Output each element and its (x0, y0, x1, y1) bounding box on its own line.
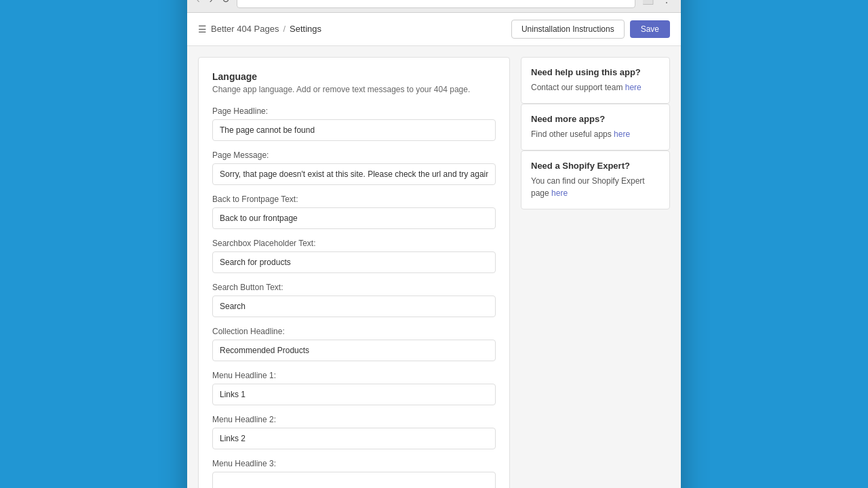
app-icon: ☰ (198, 24, 207, 35)
address-bar[interactable] (237, 0, 635, 8)
form-group-0: Page Headline: (212, 106, 496, 141)
bookmark-icon[interactable]: ⬜ (639, 0, 656, 6)
page-message-input[interactable] (212, 163, 496, 185)
form-group-7: Menu Headline 2: (212, 415, 496, 449)
form-group-4: Search Button Text: (212, 283, 496, 317)
toolbar-actions: ⬜ ⋮ (639, 0, 674, 6)
app-header: ☰ Better 404 Pages / Settings Uninstalla… (187, 13, 681, 46)
form-label-3: Searchbox Placeholder Text: (212, 239, 496, 248)
menu-headline-1-input[interactable] (212, 384, 496, 405)
form-group-2: Back to Frontpage Text: (212, 195, 496, 229)
page-headline-input[interactable] (212, 119, 496, 141)
back-button[interactable]: ‹ (194, 0, 203, 6)
form-label-0: Page Headline: (212, 106, 496, 116)
form-fields-container: Page Headline:Page Message:Back to Front… (212, 106, 496, 489)
help-card-link[interactable]: here (625, 83, 642, 92)
breadcrumb: ☰ Better 404 Pages / Settings (198, 24, 321, 35)
form-group-3: Searchbox Placeholder Text: (212, 239, 496, 273)
breadcrumb-current: Settings (290, 24, 321, 34)
collection-headline-input[interactable] (212, 340, 496, 361)
breadcrumb-app-name[interactable]: Better 404 Pages (211, 24, 279, 34)
menu-icon[interactable]: ⋮ (659, 0, 674, 6)
uninstall-button[interactable]: Uninstallation Instructions (511, 20, 625, 39)
left-panel: Language Change app language. Add or rem… (198, 57, 510, 489)
browser-toolbar: ‹ › ↻ ⬜ ⋮ (187, 0, 681, 13)
form-label-5: Collection Headline: (212, 327, 496, 336)
section-description: Change app language. Add or remove text … (212, 85, 496, 94)
form-group-1: Page Message: (212, 150, 496, 185)
more-apps-card: Need more apps?Find other useful apps he… (521, 104, 670, 150)
form-label-4: Search Button Text: (212, 283, 496, 292)
main-layout: Language Change app language. Add or rem… (187, 46, 681, 489)
app-content: ☰ Better 404 Pages / Settings Uninstalla… (187, 13, 681, 489)
search-button-text-input[interactable] (212, 296, 496, 317)
header-actions: Uninstallation Instructions Save (511, 20, 670, 39)
form-label-2: Back to Frontpage Text: (212, 195, 496, 204)
save-button[interactable]: Save (630, 20, 670, 38)
form-group-6: Menu Headline 1: (212, 371, 496, 405)
searchbox-placeholder-input[interactable] (212, 251, 496, 273)
form-label-1: Page Message: (212, 150, 496, 160)
menu-headline-3-input[interactable] (212, 472, 496, 489)
form-label-6: Menu Headline 1: (212, 371, 496, 380)
form-label-8: Menu Headline 3: (212, 459, 496, 468)
right-panel: Need help using this app?Contact our sup… (521, 57, 670, 489)
more-apps-card-text: Find other useful apps here (531, 128, 660, 140)
help-card-title: Need help using this app? (531, 67, 660, 77)
form-label-7: Menu Headline 2: (212, 415, 496, 424)
breadcrumb-separator: / (283, 24, 285, 34)
shopify-expert-card-text: You can find our Shopify Expert page her… (531, 175, 660, 199)
more-apps-card-link[interactable]: here (614, 129, 630, 139)
shopify-expert-card-title: Need a Shopify Expert? (531, 161, 660, 171)
browser-chrome: Better 404 Pages × + ‹ › ↻ ⬜ ⋮ (187, 0, 681, 13)
refresh-button[interactable]: ↻ (219, 0, 233, 6)
more-apps-card-title: Need more apps? (531, 114, 660, 124)
sidebar-cards-container: Need help using this app?Contact our sup… (521, 57, 670, 209)
form-group-8: Menu Headline 3: (212, 459, 496, 489)
forward-button[interactable]: › (207, 0, 216, 6)
help-card: Need help using this app?Contact our sup… (521, 57, 670, 104)
back-frontpage-input[interactable] (212, 207, 496, 229)
form-group-5: Collection Headline: (212, 327, 496, 361)
section-title: Language (212, 71, 496, 82)
shopify-expert-card-link[interactable]: here (551, 188, 568, 198)
browser-window: Better 404 Pages × + ‹ › ↻ ⬜ ⋮ ☰ Better … (187, 0, 681, 488)
shopify-expert-card: Need a Shopify Expert?You can find our S… (521, 150, 670, 209)
menu-headline-2-input[interactable] (212, 428, 496, 449)
help-card-text: Contact our support team here (531, 81, 660, 94)
